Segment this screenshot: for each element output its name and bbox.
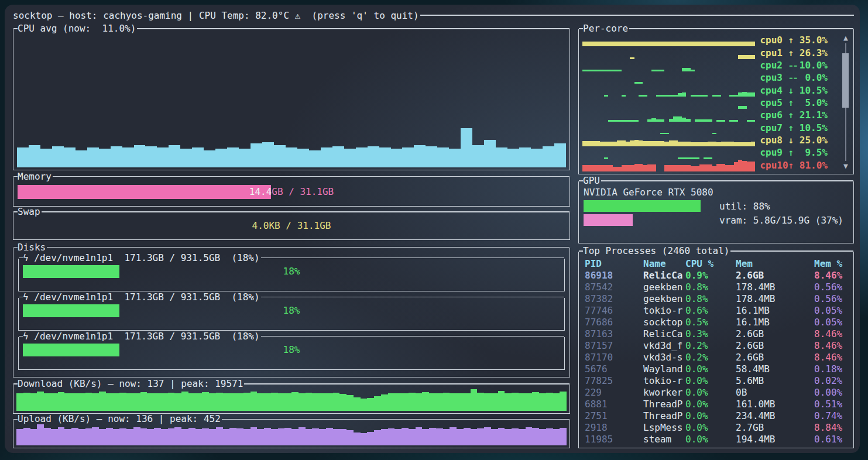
col-header-pid: PID — [585, 258, 643, 269]
core-label: cpu5 ↑ 5.0% — [760, 97, 828, 109]
core-row: cpu5 ↑ 5.0% — [582, 97, 828, 109]
process-name: tokio-r — [643, 375, 685, 386]
process-cpu-percent: 0.0% — [685, 387, 736, 398]
per-core-title: Per-core — [583, 23, 629, 35]
swap-gauge-label: 4.0KB / 31.1GB — [18, 219, 565, 233]
core-percent: 21.1% — [794, 109, 828, 121]
core-label: cpu6 ↑ 21.1% — [760, 109, 828, 121]
per-core-panel: Per-core cpu0 ↑ 35.0% cpu1 ↑ 26.3% cpu2 … — [578, 29, 854, 174]
disk-item: ϟ /dev/nvme1n1p1 171.3GB / 931.5GB (18%)… — [18, 298, 565, 331]
right-column: Per-core cpu0 ↑ 35.0% cpu1 ↑ 26.3% cpu2 … — [578, 22, 854, 448]
process-mem-percent: 0.05% — [814, 305, 849, 316]
gpu-panel: GPU NVIDIA GeForce RTX 5080 util: 88% vr… — [578, 181, 854, 243]
core-percent: 35.0% — [794, 35, 828, 46]
process-pid: 77825 — [585, 375, 643, 386]
process-mem-percent: 0.02% — [814, 375, 849, 386]
process-pid: 2751 — [585, 410, 643, 421]
process-mem: 16.1MB — [736, 317, 814, 328]
core-sparkline — [582, 159, 755, 171]
process-cpu-percent: 0.0% — [685, 375, 736, 386]
process-mem: 0B — [736, 387, 814, 398]
process-row[interactable]: 77825 tokio-r 0.0% 5.6MB 0.02% — [585, 375, 849, 387]
process-row[interactable]: 2918 LspMess 0.0% 2.7GB 8.84% — [585, 422, 849, 434]
process-cpu-percent: 0.5% — [685, 317, 736, 328]
process-row[interactable]: 229 kworker 0.0% 0B 0.00% — [585, 387, 849, 399]
process-cpu-percent: 0.2% — [685, 352, 736, 363]
core-sparkline — [582, 46, 755, 59]
core-trend-icon: ↑ — [788, 97, 794, 108]
process-row[interactable]: 87170 vkd3d-s 0.2% 2.6GB 8.46% — [585, 352, 849, 363]
flash-disk-icon: ϟ — [23, 291, 29, 303]
process-mem-percent: 0.74% — [814, 410, 849, 421]
gpu-util-bar — [584, 200, 701, 212]
process-mem-percent: 0.00% — [814, 387, 849, 398]
core-sparkline — [582, 59, 755, 71]
gpu-title: GPU — [583, 175, 601, 187]
process-mem: 194.4MB — [736, 434, 814, 445]
process-cpu-percent: 0.0% — [685, 434, 736, 445]
process-name: geekben — [643, 282, 685, 293]
gpu-name: NVIDIA GeForce RTX 5080 — [584, 186, 849, 199]
socktop-app: socktop — host: cachyos-gaming | CPU Tem… — [13, 8, 854, 448]
process-cpu-percent: 0.0% — [685, 399, 736, 410]
process-row[interactable]: 2751 ThreadP 0.0% 234.4MB 0.74% — [585, 410, 849, 422]
process-mem: 2.6GB — [736, 352, 814, 363]
scrollbar-up-icon[interactable]: ▲ — [841, 34, 850, 42]
core-label: cpu1 ↑ 26.3% — [760, 46, 828, 59]
process-pid: 87157 — [585, 340, 643, 351]
core-name: cpu8 — [760, 135, 788, 146]
core-row: cpu0 ↑ 35.0% — [582, 34, 828, 46]
gpu-util-label: util: 88% — [719, 200, 770, 213]
flash-disk-icon: ϟ — [23, 252, 29, 263]
core-name: cpu5 — [760, 97, 788, 108]
process-cpu-percent: 0.0% — [685, 422, 736, 433]
swap-title: Swap — [18, 206, 42, 218]
process-name: RelicCa — [643, 328, 685, 339]
core-label: cpu9 ↑ 9.5% — [760, 146, 828, 159]
disk-gauge: 18% — [23, 344, 560, 356]
disk-usage-percent: 18% — [23, 344, 560, 356]
core-percent: 9.5% — [794, 147, 828, 158]
core-name: cpu1 — [760, 47, 788, 59]
process-table: PID Name CPU % Mem Mem % 86918 RelicCa 0… — [585, 258, 849, 445]
process-mem: 58.4MB — [736, 363, 814, 375]
process-row[interactable]: 5676 Wayland 0.0% 58.4MB 0.18% — [585, 363, 849, 375]
process-mem: 178.4MB — [736, 293, 814, 304]
process-row[interactable]: 87382 geekben 0.8% 178.4MB 0.56% — [585, 293, 849, 304]
process-mem-percent: 0.56% — [814, 282, 849, 293]
process-pid: 11985 — [585, 434, 643, 445]
process-row[interactable]: 11985 steam 0.0% 194.4MB 0.61% — [585, 434, 849, 445]
disk-item-label: /dev/nvme1n1p1 171.3GB / 931.5GB (18%) — [29, 252, 260, 263]
process-mem-percent: 0.51% — [814, 399, 849, 410]
process-row[interactable]: 77686 socktop 0.5% 16.1MB 0.05% — [585, 316, 849, 328]
core-name: cpu6 — [760, 109, 788, 121]
process-row[interactable]: 6881 ThreadP 0.0% 161.0MB 0.51% — [585, 399, 849, 410]
process-row[interactable]: 77746 tokio-r 0.6% 16.1MB 0.05% — [585, 304, 849, 316]
process-mem-percent: 0.05% — [814, 317, 849, 328]
process-name: geekben — [643, 293, 685, 304]
disk-gauge: 18% — [23, 265, 560, 278]
disk-item: ϟ /dev/nvme1n1p1 171.3GB / 931.5GB (18%)… — [18, 259, 565, 291]
core-sparkline — [582, 134, 755, 146]
upload-panel: Upload (KB/s) — now: 136 | peak: 452 — [13, 420, 570, 448]
process-row[interactable]: 87163 RelicCa 0.3% 2.6GB 8.46% — [585, 328, 849, 339]
col-header-cpu: CPU % — [685, 258, 736, 269]
swap-panel: Swap 4.0KB / 31.1GB — [13, 212, 570, 240]
per-core-scrollbar[interactable]: ▲ ▼ — [841, 34, 850, 170]
core-name: cpu2 — [760, 60, 788, 71]
scrollbar-down-icon[interactable]: ▼ — [841, 162, 850, 170]
core-trend-icon: ↑ — [788, 47, 794, 59]
disk-item-title: ϟ /dev/nvme1n1p1 171.3GB / 931.5GB (18%) — [23, 252, 261, 264]
col-header-memp: Mem % — [814, 258, 849, 269]
core-percent: 10.5% — [794, 122, 828, 133]
process-pid: 5676 — [585, 363, 643, 375]
process-mem-percent: 8.46% — [814, 328, 849, 339]
process-mem-percent: 8.84% — [814, 422, 849, 433]
process-name: Wayland — [643, 363, 685, 375]
process-row[interactable]: 86918 RelicCa 0.9% 2.6GB 8.46% — [585, 269, 849, 281]
process-row[interactable]: 87542 geekben 0.8% 178.4MB 0.56% — [585, 281, 849, 293]
scrollbar-thumb[interactable] — [842, 53, 849, 108]
disks-title: Disks — [18, 242, 47, 253]
process-pid: 77686 — [585, 317, 643, 328]
process-row[interactable]: 87157 vkd3d_f 0.2% 2.6GB 8.46% — [585, 339, 849, 351]
